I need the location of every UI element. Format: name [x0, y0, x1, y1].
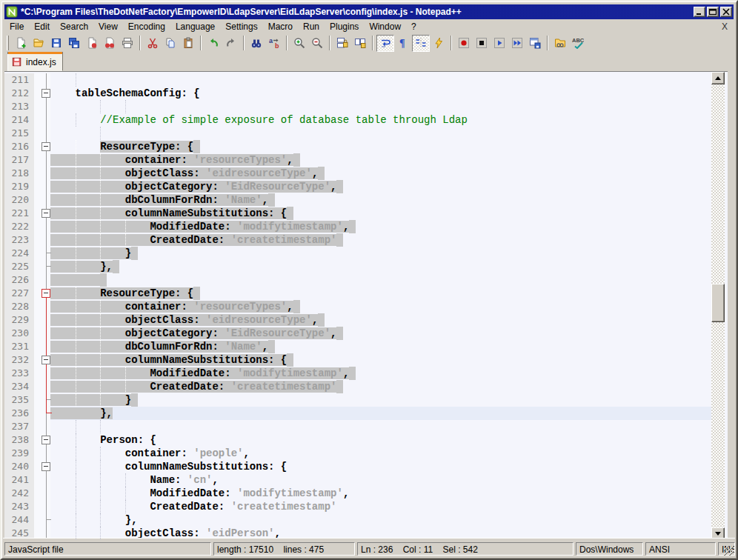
- code-text[interactable]: //Example of simple exposure of database…: [50, 113, 714, 127]
- fold-margin[interactable]: [34, 260, 50, 273]
- fold-margin[interactable]: [34, 140, 50, 153]
- menu-item-file[interactable]: File: [4, 20, 29, 33]
- function-list-button[interactable]: [430, 35, 448, 52]
- fold-collapse-marker[interactable]: [41, 142, 50, 151]
- code-text[interactable]: CreatedDate: 'createtimestamp': [50, 380, 714, 393]
- show-indent-guide-button[interactable]: [412, 35, 430, 52]
- fold-margin[interactable]: [34, 353, 50, 367]
- fold-collapse-marker[interactable]: [41, 436, 50, 444]
- fold-collapse-marker[interactable]: [41, 89, 50, 98]
- code-text[interactable]: objectClass: 'eidresourceType',: [50, 313, 714, 327]
- fold-margin[interactable]: [34, 313, 50, 327]
- fold-margin[interactable]: [34, 393, 50, 407]
- macro-play-button[interactable]: [491, 35, 508, 52]
- fold-margin[interactable]: [34, 487, 50, 500]
- zoom-out-button[interactable]: [308, 35, 326, 52]
- code-text[interactable]: CreatedDate: 'createtimestamp': [50, 500, 714, 513]
- menu-item-[interactable]: ?: [406, 20, 422, 33]
- fold-margin[interactable]: [34, 513, 50, 527]
- code-text[interactable]: [50, 127, 714, 140]
- code-text[interactable]: ResourceType: {: [50, 287, 714, 300]
- code-text[interactable]: columnNameSubstitutions: {: [50, 353, 714, 367]
- fold-margin[interactable]: [34, 473, 50, 487]
- zoom-in-button[interactable]: [290, 35, 308, 52]
- fold-collapse-marker[interactable]: [41, 356, 50, 364]
- fold-margin[interactable]: [34, 367, 50, 380]
- menu-item-macro[interactable]: Macro: [263, 20, 298, 33]
- close-button[interactable]: [83, 35, 101, 52]
- menu-item-window[interactable]: Window: [364, 20, 406, 33]
- fold-collapse-marker[interactable]: [41, 462, 50, 471]
- macro-record-button[interactable]: [455, 35, 473, 52]
- code-text[interactable]: container: 'resourceTypes',: [50, 300, 714, 313]
- fold-margin[interactable]: [34, 100, 50, 113]
- new-file-button[interactable]: [12, 35, 30, 52]
- fold-margin[interactable]: [34, 127, 50, 140]
- code-text[interactable]: [50, 273, 714, 287]
- code-text[interactable]: },: [50, 260, 714, 273]
- undo-button[interactable]: [205, 35, 222, 52]
- fold-margin[interactable]: [34, 153, 50, 167]
- code-text[interactable]: tableSchemaConfig: {: [50, 87, 714, 100]
- fold-margin[interactable]: [34, 340, 50, 353]
- scrollbar-thumb[interactable]: [711, 284, 725, 322]
- tab-index-js[interactable]: index.js: [7, 54, 63, 71]
- fold-margin[interactable]: [34, 233, 50, 247]
- fold-margin[interactable]: [34, 220, 50, 233]
- fold-margin[interactable]: [34, 327, 50, 340]
- spell-check-button[interactable]: ABC: [569, 35, 587, 52]
- code-text[interactable]: },: [50, 513, 714, 527]
- fold-margin[interactable]: [34, 380, 50, 393]
- code-text[interactable]: Person: {: [50, 433, 714, 447]
- save-button[interactable]: [47, 35, 65, 52]
- fold-collapse-marker[interactable]: [41, 209, 50, 218]
- code-text[interactable]: ResourceType: {: [50, 140, 714, 153]
- paste-button[interactable]: [179, 35, 197, 52]
- close-document-button[interactable]: X: [716, 21, 734, 32]
- menu-item-view[interactable]: View: [93, 20, 123, 33]
- fold-margin[interactable]: [34, 87, 50, 100]
- code-text[interactable]: columnNameSubstitutions: {: [50, 207, 714, 220]
- close-all-button[interactable]: [101, 35, 119, 52]
- find-button[interactable]: [247, 35, 265, 52]
- code-text[interactable]: objectClass: 'eidresourceType',: [50, 167, 714, 180]
- fold-margin[interactable]: [34, 287, 50, 300]
- code-text[interactable]: objectCategory: 'EidResourceType',: [50, 327, 714, 340]
- fold-margin[interactable]: [34, 447, 50, 460]
- code-text[interactable]: container: 'people',: [50, 447, 714, 460]
- fold-margin[interactable]: [34, 113, 50, 127]
- word-wrap-button[interactable]: [376, 35, 394, 52]
- code-text[interactable]: }: [50, 247, 714, 260]
- code-text[interactable]: }: [50, 393, 714, 407]
- code-text[interactable]: ModifiedDate: 'modifytimestamp',: [50, 367, 714, 380]
- menu-item-language[interactable]: Language: [170, 20, 220, 33]
- code-text[interactable]: [50, 420, 714, 433]
- redo-button[interactable]: [222, 35, 240, 52]
- print-button[interactable]: [119, 35, 136, 52]
- scroll-up-button[interactable]: [711, 72, 725, 84]
- fold-margin[interactable]: [34, 500, 50, 513]
- macro-run-multiple-button[interactable]: [508, 35, 526, 52]
- code-text[interactable]: objectCategory: 'EidResourceType',: [50, 180, 714, 193]
- fold-margin[interactable]: [34, 420, 50, 433]
- sync-horizontal-button[interactable]: [351, 35, 369, 52]
- fold-margin[interactable]: [34, 273, 50, 287]
- fold-margin[interactable]: [34, 407, 50, 420]
- fold-margin[interactable]: [34, 167, 50, 180]
- open-containing-folder-button[interactable]: [551, 35, 569, 52]
- save-all-button[interactable]: [65, 35, 83, 52]
- macro-save-button[interactable]: [526, 35, 544, 52]
- fold-margin[interactable]: [34, 460, 50, 473]
- close-button[interactable]: [720, 7, 732, 17]
- vertical-scrollbar[interactable]: [711, 72, 725, 540]
- menu-item-encoding[interactable]: Encoding: [123, 20, 170, 33]
- show-all-characters-button[interactable]: ¶: [394, 35, 412, 52]
- menu-item-run[interactable]: Run: [298, 20, 325, 33]
- menu-item-search[interactable]: Search: [55, 20, 93, 33]
- fold-margin[interactable]: [34, 193, 50, 207]
- fold-margin[interactable]: [34, 433, 50, 447]
- code-text[interactable]: columnNameSubstitutions: {: [50, 460, 714, 473]
- macro-stop-button[interactable]: [473, 35, 491, 52]
- fold-margin[interactable]: [34, 180, 50, 193]
- fold-margin[interactable]: [34, 73, 50, 87]
